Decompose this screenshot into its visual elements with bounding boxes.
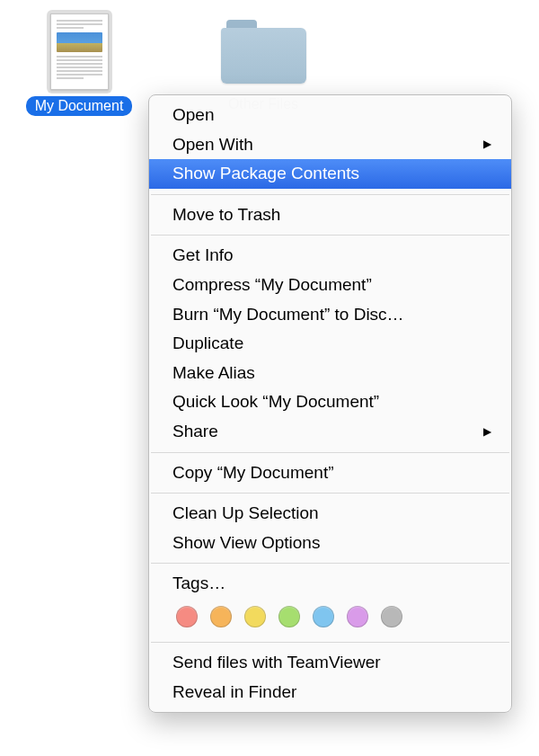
tag-orange[interactable] [210, 606, 232, 627]
menu-quick-look-label: Quick Look “My Document” [172, 390, 379, 414]
menu-duplicate-label: Duplicate [172, 332, 243, 356]
desktop-area: My Document Other Files [0, 0, 539, 27]
menu-quick-look[interactable]: Quick Look “My Document” [149, 387, 511, 417]
folder-icon [217, 16, 310, 88]
menu-share[interactable]: Share ▶ [149, 417, 511, 447]
menu-separator [151, 194, 509, 195]
menu-clean-up[interactable]: Clean Up Selection [149, 499, 511, 529]
menu-move-to-trash[interactable]: Move to Trash [149, 200, 511, 230]
menu-tags[interactable]: Tags… [149, 569, 511, 599]
menu-move-to-trash-label: Move to Trash [172, 203, 280, 227]
menu-show-package-contents[interactable]: Show Package Contents [149, 159, 511, 189]
menu-separator [151, 235, 509, 236]
menu-teamviewer-label: Send files with TeamViewer [172, 651, 381, 675]
menu-get-info-label: Get Info [172, 244, 234, 268]
document-icon [47, 10, 112, 93]
menu-reveal-in-finder-label: Reveal in Finder [172, 680, 296, 705]
menu-teamviewer[interactable]: Send files with TeamViewer [149, 648, 511, 678]
menu-separator [151, 452, 509, 453]
menu-copy[interactable]: Copy “My Document” [149, 458, 511, 488]
menu-open-label: Open [172, 103, 214, 128]
menu-separator [151, 493, 509, 494]
tag-yellow[interactable] [244, 606, 266, 627]
tags-row [149, 599, 511, 636]
tag-blue[interactable] [313, 606, 334, 627]
menu-open[interactable]: Open [149, 101, 511, 130]
tag-gray[interactable] [381, 606, 402, 627]
menu-reveal-in-finder[interactable]: Reveal in Finder [149, 678, 511, 707]
menu-separator [151, 642, 509, 643]
submenu-arrow-icon: ▶ [483, 424, 491, 440]
menu-make-alias[interactable]: Make Alias [149, 359, 511, 388]
menu-get-info[interactable]: Get Info [149, 241, 511, 271]
menu-separator [151, 563, 509, 564]
file-my-document[interactable]: My Document [21, 9, 137, 116]
menu-open-with[interactable]: Open With ▶ [149, 130, 511, 160]
menu-view-options-label: Show View Options [172, 531, 320, 556]
menu-make-alias-label: Make Alias [172, 361, 255, 386]
menu-show-package-contents-label: Show Package Contents [172, 162, 359, 186]
submenu-arrow-icon: ▶ [483, 137, 491, 152]
menu-share-label: Share [172, 420, 218, 444]
menu-tags-label: Tags… [172, 572, 225, 596]
menu-open-with-label: Open With [172, 133, 253, 157]
menu-clean-up-label: Clean Up Selection [172, 502, 319, 526]
menu-duplicate[interactable]: Duplicate [149, 329, 511, 359]
menu-compress-label: Compress “My Document” [172, 273, 372, 298]
context-menu: Open Open With ▶ Show Package Contents M… [148, 94, 512, 713]
tag-red[interactable] [176, 606, 198, 627]
tag-purple[interactable] [347, 606, 368, 627]
menu-copy-label: Copy “My Document” [172, 461, 334, 485]
menu-burn-label: Burn “My Document” to Disc… [172, 303, 404, 327]
file-label-document: My Document [26, 96, 133, 116]
tag-green[interactable] [278, 606, 300, 627]
menu-compress[interactable]: Compress “My Document” [149, 271, 511, 300]
menu-burn[interactable]: Burn “My Document” to Disc… [149, 300, 511, 330]
menu-view-options[interactable]: Show View Options [149, 529, 511, 558]
